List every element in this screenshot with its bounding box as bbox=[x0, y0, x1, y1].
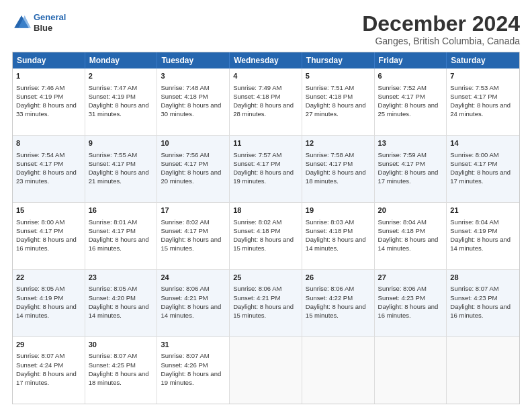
sunrise-text: Sunrise: 7:59 AM bbox=[378, 151, 427, 158]
sunset-text: Sunset: 4:17 PM bbox=[89, 227, 136, 234]
sunrise-text: Sunrise: 8:07 AM bbox=[16, 352, 64, 359]
day-number: 15 bbox=[16, 205, 81, 216]
day-number: 8 bbox=[16, 138, 81, 148]
sunrise-text: Sunrise: 7:46 AM bbox=[16, 84, 64, 91]
sunset-text: Sunset: 4:17 PM bbox=[16, 227, 63, 234]
sunrise-text: Sunrise: 7:47 AM bbox=[89, 84, 137, 91]
calendar-header-cell: Friday bbox=[375, 52, 447, 68]
calendar-cell: 2Sunrise: 7:47 AMSunset: 4:19 PMDaylight… bbox=[85, 68, 158, 135]
sunset-text: Sunset: 4:25 PM bbox=[89, 361, 136, 369]
daylight-text: Daylight: 8 hours and 16 minutes. bbox=[89, 236, 149, 252]
sunset-text: Sunset: 4:18 PM bbox=[161, 93, 208, 100]
calendar-cell: 23Sunrise: 8:05 AMSunset: 4:20 PMDayligh… bbox=[85, 270, 158, 336]
calendar-cell: 11Sunrise: 7:57 AMSunset: 4:17 PMDayligh… bbox=[230, 136, 302, 202]
calendar-cell: 16Sunrise: 8:01 AMSunset: 4:17 PMDayligh… bbox=[85, 203, 158, 269]
sunset-text: Sunset: 4:17 PM bbox=[89, 160, 136, 167]
sunrise-text: Sunrise: 7:58 AM bbox=[306, 151, 354, 158]
sunset-text: Sunset: 4:19 PM bbox=[16, 294, 63, 302]
day-number: 30 bbox=[89, 340, 154, 350]
sunrise-text: Sunrise: 8:05 AM bbox=[16, 285, 64, 292]
day-number: 26 bbox=[306, 273, 371, 283]
calendar-cell: 19Sunrise: 8:03 AMSunset: 4:18 PMDayligh… bbox=[302, 203, 375, 269]
daylight-text: Daylight: 8 hours and 14 minutes. bbox=[306, 236, 366, 252]
day-number: 1 bbox=[16, 71, 81, 81]
sunrise-text: Sunrise: 8:01 AM bbox=[89, 218, 137, 226]
calendar-cell: 22Sunrise: 8:05 AMSunset: 4:19 PMDayligh… bbox=[13, 270, 85, 336]
calendar-cell: 14Sunrise: 8:00 AMSunset: 4:17 PMDayligh… bbox=[447, 136, 519, 202]
sunset-text: Sunset: 4:18 PM bbox=[306, 227, 353, 234]
sunrise-text: Sunrise: 7:53 AM bbox=[450, 84, 498, 91]
sunrise-text: Sunrise: 7:52 AM bbox=[378, 84, 427, 91]
daylight-text: Daylight: 8 hours and 14 minutes. bbox=[450, 236, 511, 252]
subtitle: Ganges, British Columbia, Canada bbox=[362, 36, 520, 46]
calendar-week-row: 8Sunrise: 7:54 AMSunset: 4:17 PMDaylight… bbox=[13, 136, 519, 203]
sunrise-text: Sunrise: 8:00 AM bbox=[16, 218, 64, 226]
sunset-text: Sunset: 4:18 PM bbox=[233, 93, 280, 100]
day-number: 9 bbox=[89, 138, 154, 148]
sunset-text: Sunset: 4:23 PM bbox=[378, 294, 425, 302]
calendar-page: General Blue December 2024 Ganges, Briti… bbox=[0, 0, 532, 411]
sunrise-text: Sunrise: 7:55 AM bbox=[89, 151, 137, 158]
sunrise-text: Sunrise: 8:02 AM bbox=[161, 218, 209, 226]
sunset-text: Sunset: 4:17 PM bbox=[161, 160, 208, 167]
calendar-cell: 28Sunrise: 8:07 AMSunset: 4:23 PMDayligh… bbox=[447, 270, 519, 336]
daylight-text: Daylight: 8 hours and 16 minutes. bbox=[378, 303, 439, 319]
calendar-cell: 30Sunrise: 8:07 AMSunset: 4:25 PMDayligh… bbox=[85, 337, 158, 404]
day-number: 25 bbox=[233, 273, 298, 283]
calendar-cell: 7Sunrise: 7:53 AMSunset: 4:17 PMDaylight… bbox=[447, 68, 519, 135]
calendar-header-cell: Tuesday bbox=[157, 52, 230, 68]
calendar-header-cell: Saturday bbox=[447, 52, 519, 68]
daylight-text: Daylight: 8 hours and 15 minutes. bbox=[306, 303, 366, 319]
calendar-week-row: 29Sunrise: 8:07 AMSunset: 4:24 PMDayligh… bbox=[13, 337, 519, 404]
sunrise-text: Sunrise: 8:07 AM bbox=[450, 285, 498, 292]
sunrise-text: Sunrise: 8:03 AM bbox=[306, 218, 354, 226]
daylight-text: Daylight: 8 hours and 33 minutes. bbox=[16, 101, 77, 118]
calendar-cell: 25Sunrise: 8:06 AMSunset: 4:21 PMDayligh… bbox=[230, 270, 302, 336]
daylight-text: Daylight: 8 hours and 28 minutes. bbox=[233, 101, 294, 118]
daylight-text: Daylight: 8 hours and 17 minutes. bbox=[378, 169, 439, 185]
calendar-cell-empty bbox=[447, 337, 519, 404]
calendar-cell: 1Sunrise: 7:46 AMSunset: 4:19 PMDaylight… bbox=[13, 68, 85, 135]
sunset-text: Sunset: 4:18 PM bbox=[378, 227, 425, 234]
calendar-header: SundayMondayTuesdayWednesdayThursdayFrid… bbox=[13, 52, 519, 68]
sunrise-text: Sunrise: 7:51 AM bbox=[306, 84, 354, 91]
calendar-cell: 18Sunrise: 8:02 AMSunset: 4:18 PMDayligh… bbox=[230, 203, 302, 269]
daylight-text: Daylight: 8 hours and 14 minutes. bbox=[89, 303, 149, 319]
calendar: SundayMondayTuesdayWednesdayThursdayFrid… bbox=[12, 52, 520, 404]
daylight-text: Daylight: 8 hours and 25 minutes. bbox=[378, 101, 439, 118]
sunset-text: Sunset: 4:21 PM bbox=[161, 294, 208, 302]
day-number: 11 bbox=[233, 138, 298, 148]
sunrise-text: Sunrise: 8:00 AM bbox=[450, 151, 498, 158]
sunset-text: Sunset: 4:24 PM bbox=[16, 361, 63, 369]
calendar-cell: 31Sunrise: 8:07 AMSunset: 4:26 PMDayligh… bbox=[157, 337, 230, 404]
sunset-text: Sunset: 4:17 PM bbox=[450, 160, 497, 167]
sunrise-text: Sunrise: 7:56 AM bbox=[161, 151, 209, 158]
sunrise-text: Sunrise: 8:07 AM bbox=[161, 352, 209, 359]
calendar-header-cell: Sunday bbox=[13, 52, 85, 68]
calendar-cell: 4Sunrise: 7:49 AMSunset: 4:18 PMDaylight… bbox=[230, 68, 302, 135]
day-number: 10 bbox=[161, 138, 226, 148]
sunset-text: Sunset: 4:19 PM bbox=[89, 93, 136, 100]
day-number: 7 bbox=[450, 71, 516, 81]
sunrise-text: Sunrise: 7:48 AM bbox=[161, 84, 209, 91]
sunrise-text: Sunrise: 8:05 AM bbox=[89, 285, 137, 292]
sunrise-text: Sunrise: 7:57 AM bbox=[233, 151, 281, 158]
day-number: 13 bbox=[378, 138, 443, 148]
calendar-cell: 17Sunrise: 8:02 AMSunset: 4:17 PMDayligh… bbox=[157, 203, 230, 269]
sunset-text: Sunset: 4:17 PM bbox=[161, 227, 208, 234]
day-number: 4 bbox=[233, 71, 298, 81]
sunset-text: Sunset: 4:17 PM bbox=[378, 93, 425, 100]
daylight-text: Daylight: 8 hours and 19 minutes. bbox=[161, 370, 221, 386]
day-number: 3 bbox=[161, 71, 226, 81]
daylight-text: Daylight: 8 hours and 17 minutes. bbox=[16, 370, 77, 386]
calendar-week-row: 22Sunrise: 8:05 AMSunset: 4:19 PMDayligh… bbox=[13, 270, 519, 337]
calendar-cell: 20Sunrise: 8:04 AMSunset: 4:18 PMDayligh… bbox=[375, 203, 447, 269]
daylight-text: Daylight: 8 hours and 31 minutes. bbox=[89, 101, 149, 118]
calendar-cell: 8Sunrise: 7:54 AMSunset: 4:17 PMDaylight… bbox=[13, 136, 85, 202]
sunset-text: Sunset: 4:18 PM bbox=[233, 227, 280, 234]
day-number: 17 bbox=[161, 205, 226, 216]
sunrise-text: Sunrise: 8:02 AM bbox=[233, 218, 281, 226]
sunset-text: Sunset: 4:23 PM bbox=[450, 294, 497, 302]
calendar-cell-empty bbox=[375, 337, 447, 404]
day-number: 21 bbox=[450, 205, 516, 216]
